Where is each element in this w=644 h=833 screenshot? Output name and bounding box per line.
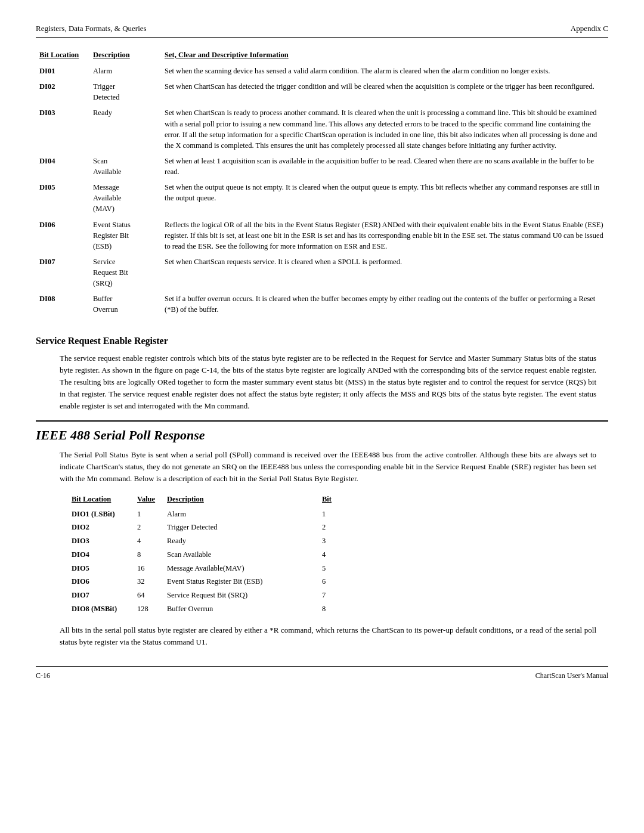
poll-desc-cell: Trigger Detected: [167, 521, 322, 534]
bit-location-cell: DI02: [36, 79, 89, 105]
bit-location-cell: DI04: [36, 153, 89, 179]
poll-value-cell: 4: [137, 534, 167, 548]
poll-table: Bit Location Value Description Bit DIO1 …: [72, 494, 341, 616]
footer-right: ChartScan User's Manual: [535, 671, 608, 680]
bit-location-cell: DI07: [36, 254, 89, 291]
poll-bit-location-cell: DIO7: [72, 589, 137, 602]
description-cell: TriggerDetected: [89, 79, 161, 105]
register-row-3: DI03ReadySet when ChartScan is ready to …: [36, 105, 608, 153]
ieee488-paragraph: The Serial Poll Status Byte is sent when…: [60, 449, 596, 485]
ieee488-footer-note: All bits in the serial poll status byte …: [60, 624, 596, 648]
poll-desc-cell: Buffer Overrun: [167, 602, 322, 616]
register-row-7: DI07ServiceRequest Bit(SRQ)Set when Char…: [36, 254, 608, 291]
poll-value-cell: 64: [137, 589, 167, 602]
poll-bit-cell: 7: [322, 589, 341, 602]
poll-col-bit-location: Bit Location: [72, 494, 137, 507]
poll-bit-cell: 1: [322, 507, 341, 521]
ieee488-title: IEEE 488 Serial Poll Response: [36, 420, 608, 443]
bit-location-cell: DI03: [36, 105, 89, 153]
description-cell: ServiceRequest Bit(SRQ): [89, 254, 161, 291]
poll-bit-location-cell: DIO1 (LSBit): [72, 507, 137, 521]
bit-location-cell: DI06: [36, 217, 89, 254]
col-header-bit-location: Bit Location: [36, 49, 89, 63]
info-cell: Set when the scanning device has sensed …: [161, 63, 608, 79]
poll-row-4: DIO48Scan Available4: [72, 548, 341, 562]
poll-row-7: DIO764Service Request Bit (SRQ)7: [72, 589, 341, 602]
bit-location-cell: DI08: [36, 291, 89, 317]
poll-value-cell: 1: [137, 507, 167, 521]
poll-bit-cell: 6: [322, 575, 341, 589]
service-request-paragraph: The service request enable register cont…: [60, 352, 596, 413]
poll-bit-location-cell: DIO3: [72, 534, 137, 548]
header-right: Appendix C: [571, 24, 608, 33]
col-header-info: Set, Clear and Descriptive Information: [161, 49, 608, 63]
poll-bit-location-cell: DIO6: [72, 575, 137, 589]
poll-row-2: DIO22Trigger Detected2: [72, 521, 341, 534]
description-cell: Event StatusRegister Bit(ESB): [89, 217, 161, 254]
poll-bit-location-cell: DIO5: [72, 562, 137, 575]
poll-value-cell: 128: [137, 602, 167, 616]
poll-desc-cell: Service Request Bit (SRQ): [167, 589, 322, 602]
poll-col-value: Value: [137, 494, 167, 507]
poll-bit-location-cell: DIO8 (MSBit): [72, 602, 137, 616]
page-footer: C-16 ChartScan User's Manual: [36, 666, 608, 680]
poll-bit-cell: 3: [322, 534, 341, 548]
poll-bit-cell: 4: [322, 548, 341, 562]
header-left: Registers, Data Formats, & Queries: [36, 24, 147, 33]
register-row-4: DI04ScanAvailableSet when at least 1 acq…: [36, 153, 608, 179]
poll-bit-location-cell: DIO4: [72, 548, 137, 562]
register-row-2: DI02TriggerDetectedSet when ChartScan ha…: [36, 79, 608, 105]
description-cell: Alarm: [89, 63, 161, 79]
footer-left: C-16: [36, 671, 50, 680]
poll-col-bit: Bit: [322, 494, 341, 507]
description-cell: ScanAvailable: [89, 153, 161, 179]
register-row-8: DI08BufferOverrunSet if a buffer overrun…: [36, 291, 608, 317]
description-cell: MessageAvailable(MAV): [89, 179, 161, 216]
info-cell: Set when ChartScan has detected the trig…: [161, 79, 608, 105]
poll-bit-cell: 5: [322, 562, 341, 575]
poll-value-cell: 2: [137, 521, 167, 534]
info-cell: Set when at least 1 acquisition scan is …: [161, 153, 608, 179]
info-cell: Set when ChartScan is ready to process a…: [161, 105, 608, 153]
register-row-5: DI05MessageAvailable(MAV)Set when the ou…: [36, 179, 608, 216]
ieee488-section: IEEE 488 Serial Poll Response The Serial…: [36, 420, 608, 648]
bit-location-cell: DI05: [36, 179, 89, 216]
poll-row-6: DIO632Event Status Register Bit (ESB)6: [72, 575, 341, 589]
page-header: Registers, Data Formats, & Queries Appen…: [36, 24, 608, 38]
poll-row-3: DIO34Ready3: [72, 534, 341, 548]
bit-location-cell: DI01: [36, 63, 89, 79]
description-cell: Ready: [89, 105, 161, 153]
info-cell: Set if a buffer overrun occurs. It is cl…: [161, 291, 608, 317]
service-request-section: Service Request Enable Register The serv…: [36, 336, 608, 413]
poll-row-5: DIO516Message Available(MAV)5: [72, 562, 341, 575]
poll-bit-cell: 8: [322, 602, 341, 616]
info-cell: Set when ChartScan requests service. It …: [161, 254, 608, 291]
info-cell: Set when the output queue is not empty. …: [161, 179, 608, 216]
info-cell: Reflects the logical OR of all the bits …: [161, 217, 608, 254]
poll-bit-location-cell: DIO2: [72, 521, 137, 534]
poll-desc-cell: Scan Available: [167, 548, 322, 562]
poll-value-cell: 16: [137, 562, 167, 575]
col-header-description: Description: [89, 49, 161, 63]
register-row-1: DI01AlarmSet when the scanning device ha…: [36, 63, 608, 79]
poll-desc-cell: Ready: [167, 534, 322, 548]
description-cell: BufferOverrun: [89, 291, 161, 317]
register-table: Bit Location Description Set, Clear and …: [36, 49, 608, 318]
poll-col-description: Description: [167, 494, 322, 507]
poll-desc-cell: Alarm: [167, 507, 322, 521]
poll-desc-cell: Message Available(MAV): [167, 562, 322, 575]
poll-desc-cell: Event Status Register Bit (ESB): [167, 575, 322, 589]
service-request-title: Service Request Enable Register: [36, 336, 608, 346]
register-row-6: DI06Event StatusRegister Bit(ESB)Reflect…: [36, 217, 608, 254]
page: Registers, Data Formats, & Queries Appen…: [0, 0, 644, 833]
poll-bit-cell: 2: [322, 521, 341, 534]
poll-row-8: DIO8 (MSBit)128Buffer Overrun8: [72, 602, 341, 616]
poll-value-cell: 32: [137, 575, 167, 589]
poll-value-cell: 8: [137, 548, 167, 562]
poll-row-1: DIO1 (LSBit)1Alarm1: [72, 507, 341, 521]
